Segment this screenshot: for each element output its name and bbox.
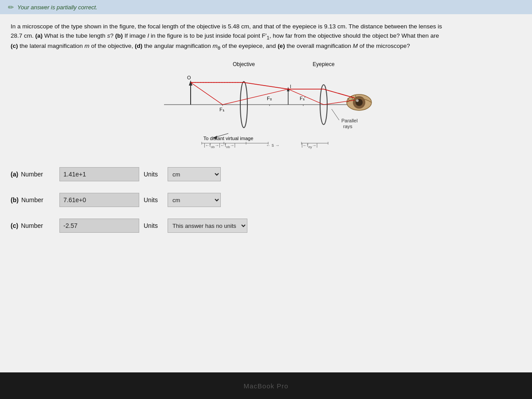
type-a-label: Number bbox=[21, 171, 43, 178]
pencil-icon: ✏ bbox=[8, 3, 14, 12]
eyepiece-label: Eyepiece bbox=[313, 61, 335, 67]
figure-area: Objective Eyepiece O bbox=[11, 58, 521, 156]
status-message: Your answer is partially correct. bbox=[17, 4, 98, 11]
svg-text:Parallel: Parallel bbox=[341, 118, 358, 123]
units-b-label: Units bbox=[144, 196, 163, 203]
microscope-figure: Objective Eyepiece O bbox=[151, 58, 381, 156]
problem-text: In a microscope of the type shown in the… bbox=[11, 22, 445, 52]
screen: ✏ Your answer is partially correct. In a… bbox=[0, 0, 532, 399]
answer-b-input[interactable] bbox=[59, 193, 139, 207]
svg-text:F₁′: F₁′ bbox=[300, 96, 305, 101]
svg-rect-0 bbox=[151, 58, 381, 156]
microscope-diagram: Objective Eyepiece O bbox=[151, 58, 381, 156]
svg-text:← s →: ← s → bbox=[266, 143, 280, 148]
svg-point-10 bbox=[356, 99, 359, 102]
type-c-label: Number bbox=[21, 222, 43, 229]
svg-text:O: O bbox=[187, 75, 191, 80]
part-a-label: (a) bbox=[11, 171, 18, 178]
units-b-select[interactable]: cm m mm bbox=[168, 193, 221, 207]
svg-text:I: I bbox=[290, 84, 291, 89]
answer-label-b: (b) Number bbox=[11, 196, 55, 203]
objective-label: Objective bbox=[233, 61, 255, 67]
main-content: In a microscope of the type shown in the… bbox=[0, 14, 532, 372]
units-a-select[interactable]: cm m mm bbox=[168, 167, 221, 181]
answers-section: (a) Number Units cm m mm (b) Number Uni bbox=[11, 164, 521, 253]
units-a-label: Units bbox=[144, 171, 163, 178]
svg-text:F₁: F₁ bbox=[219, 107, 224, 112]
answer-label-c: (c) Number bbox=[11, 222, 55, 229]
type-b-label: Number bbox=[21, 196, 43, 203]
svg-text:To distant virtual image: To distant virtual image bbox=[203, 136, 254, 141]
bottom-bar: MacBook Pro bbox=[0, 372, 532, 399]
answer-row-c: (c) Number Units This answer has no unit… bbox=[11, 219, 521, 233]
part-b-label: (b) bbox=[11, 196, 19, 203]
part-c-label: (c) bbox=[11, 222, 18, 229]
macbook-label: MacBook Pro bbox=[243, 382, 288, 390]
answer-row-b: (b) Number Units cm m mm bbox=[11, 193, 521, 207]
svg-text:rays: rays bbox=[343, 124, 352, 129]
top-bar: ✏ Your answer is partially correct. bbox=[0, 0, 532, 14]
answer-label-a: (a) Number bbox=[11, 171, 55, 178]
answer-a-input[interactable] bbox=[59, 167, 139, 181]
svg-text:F₂: F₂ bbox=[267, 96, 272, 101]
answer-row-a: (a) Number Units cm m mm bbox=[11, 167, 521, 181]
units-c-label: Units bbox=[144, 222, 163, 229]
units-c-select[interactable]: This answer has no units cm m bbox=[168, 219, 247, 233]
answer-c-input[interactable] bbox=[59, 219, 139, 233]
